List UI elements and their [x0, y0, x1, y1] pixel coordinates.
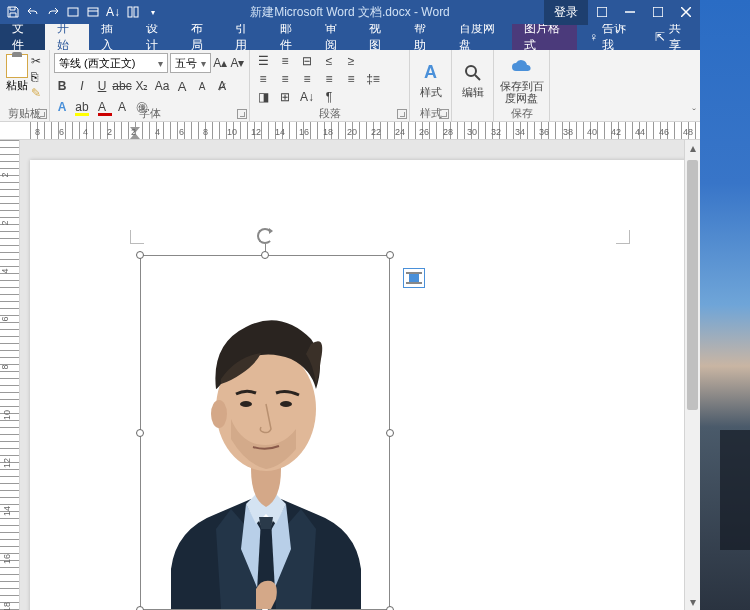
font-size-select[interactable]: 五号 [170, 53, 210, 73]
resize-handle[interactable] [386, 429, 394, 437]
ruler-tick: 16 [2, 554, 12, 564]
indent-right-icon[interactable]: ≥ [342, 53, 360, 69]
underline-button[interactable]: U [94, 78, 110, 94]
clear-format-icon[interactable]: A̷ [214, 78, 230, 94]
login-button[interactable]: 登录 [544, 0, 588, 25]
vertical-scrollbar[interactable]: ▴ ▾ [684, 140, 700, 610]
dialog-launcher-icon[interactable] [37, 109, 47, 119]
window-controls: 登录 [544, 0, 700, 25]
tell-me[interactable]: ♀告诉我 [577, 24, 643, 50]
sort-icon[interactable]: A↓ [298, 89, 316, 105]
ruler-tick: 14 [275, 127, 285, 137]
shrink-font2-icon[interactable]: A [194, 78, 210, 94]
qat-icon[interactable] [64, 3, 82, 21]
save-cloud-button[interactable]: 保存到百度网盘 [498, 52, 545, 106]
qat-icon[interactable] [124, 3, 142, 21]
scroll-down-icon[interactable]: ▾ [685, 594, 700, 610]
qat-icon[interactable]: A↓ [104, 3, 122, 21]
resize-handle[interactable] [136, 251, 144, 259]
tab-layout[interactable]: 布局 [179, 24, 224, 50]
clipboard-group: 粘贴 ✂ ⎘ ✎ 剪贴板 [0, 50, 50, 121]
ruler-tick: 18 [323, 127, 333, 137]
styles-group: A 样式 样式 [410, 50, 452, 121]
resize-handle[interactable] [386, 251, 394, 259]
tab-home[interactable]: 开始 [45, 24, 90, 50]
justify-icon[interactable]: ≡ [320, 71, 338, 87]
dialog-launcher-icon[interactable] [439, 109, 449, 119]
shrink-font-icon[interactable]: A▾ [230, 55, 245, 71]
grow-font2-icon[interactable]: A [174, 78, 190, 94]
styles-button[interactable]: A 样式 [414, 52, 447, 106]
dialog-launcher-icon[interactable] [397, 109, 407, 119]
borders-icon[interactable]: ⊞ [276, 89, 294, 105]
svg-point-10 [280, 401, 292, 407]
multilevel-icon[interactable]: ⊟ [298, 53, 316, 69]
align-left-icon[interactable]: ≡ [254, 71, 272, 87]
strike-button[interactable]: abc [114, 78, 130, 94]
align-center-icon[interactable]: ≡ [276, 71, 294, 87]
svg-point-8 [211, 400, 227, 428]
distribute-icon[interactable]: ≡ [342, 71, 360, 87]
redo-icon[interactable] [44, 3, 62, 21]
collapse-ribbon-icon[interactable]: ˇ [692, 107, 696, 119]
resize-handle[interactable] [136, 606, 144, 610]
italic-button[interactable]: I [74, 78, 90, 94]
resize-handle[interactable] [261, 251, 269, 259]
align-right-icon[interactable]: ≡ [298, 71, 316, 87]
change-case-button[interactable]: Aa [154, 78, 170, 94]
tab-review[interactable]: 审阅 [313, 24, 358, 50]
ruler-tick: 32 [491, 127, 501, 137]
qat-icon[interactable] [84, 3, 102, 21]
horizontal-ruler[interactable]: 8642246810121416182022242628303234363840… [0, 122, 700, 140]
rotate-handle-icon[interactable] [257, 228, 273, 244]
maximize-icon[interactable] [644, 0, 672, 24]
menu-tabs: 文件 开始 插入 设计 布局 引用 邮件 审阅 视图 帮助 百度网盘 图片格式 … [0, 24, 700, 50]
subscript-button[interactable]: X₂ [134, 78, 150, 94]
paste-icon [6, 54, 28, 78]
resize-handle[interactable] [386, 606, 394, 610]
cut-icon[interactable]: ✂ [31, 54, 45, 68]
ribbon-display-icon[interactable] [588, 0, 616, 24]
scroll-up-icon[interactable]: ▴ [685, 140, 700, 156]
bullets-icon[interactable]: ☰ [254, 53, 272, 69]
bold-button[interactable]: B [54, 78, 70, 94]
vertical-ruler[interactable]: 224681012141618 [0, 140, 20, 610]
tab-view[interactable]: 视图 [357, 24, 402, 50]
tab-baidu[interactable]: 百度网盘 [447, 24, 512, 50]
tab-mailings[interactable]: 邮件 [268, 24, 313, 50]
paste-button[interactable]: 粘贴 [4, 52, 29, 102]
grow-font-icon[interactable]: A▴ [213, 55, 228, 71]
copy-icon[interactable]: ⎘ [31, 70, 45, 84]
format-painter-icon[interactable]: ✎ [31, 86, 45, 100]
margin-corner [616, 230, 630, 244]
scroll-thumb[interactable] [687, 160, 698, 410]
font-name-select[interactable]: 等线 (西文正文) [54, 53, 168, 73]
tab-picture-format[interactable]: 图片格式 [512, 24, 577, 50]
indent-left-icon[interactable]: ≤ [320, 53, 338, 69]
numbering-icon[interactable]: ≡ [276, 53, 294, 69]
tab-file[interactable]: 文件 [0, 24, 45, 50]
qat-dropdown-icon[interactable]: ▾ [144, 3, 162, 21]
tab-references[interactable]: 引用 [223, 24, 268, 50]
paragraph-group: ☰ ≡ ⊟ ≤ ≥ ≡ ≡ ≡ ≡ ≡ ‡≡ ◨ ⊞ A↓ ¶ 段落 [250, 50, 410, 121]
line-spacing-icon[interactable]: ‡≡ [364, 71, 382, 87]
save-icon[interactable] [4, 3, 22, 21]
tab-help[interactable]: 帮助 [402, 24, 447, 50]
editing-group: 编辑 [452, 50, 494, 121]
share-button[interactable]: ⇱共享 [643, 24, 700, 50]
show-marks-icon[interactable]: ¶ [320, 89, 338, 105]
image-selection[interactable] [140, 255, 390, 610]
close-icon[interactable] [672, 0, 700, 24]
tab-design[interactable]: 设计 [134, 24, 179, 50]
ruler-tick: 46 [659, 127, 669, 137]
layout-options-icon[interactable] [403, 268, 425, 288]
tab-insert[interactable]: 插入 [89, 24, 134, 50]
find-button[interactable]: 编辑 [456, 52, 489, 106]
svg-rect-4 [597, 7, 607, 17]
shading-icon[interactable]: ◨ [254, 89, 272, 105]
page[interactable] [30, 160, 690, 610]
minimize-icon[interactable] [616, 0, 644, 24]
dialog-launcher-icon[interactable] [237, 109, 247, 119]
undo-icon[interactable] [24, 3, 42, 21]
resize-handle[interactable] [136, 429, 144, 437]
